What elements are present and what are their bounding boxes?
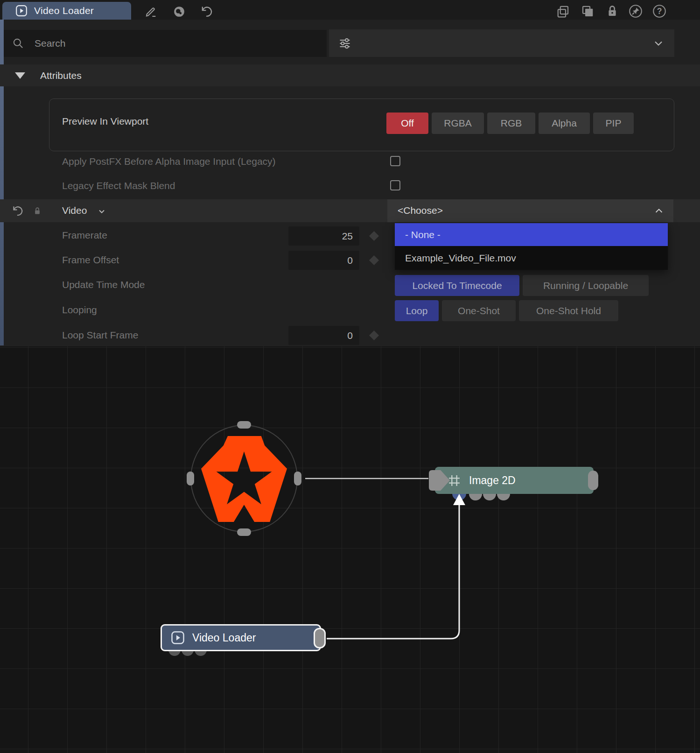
- search-icon: [12, 37, 24, 49]
- looping-label: Looping: [62, 304, 97, 316]
- framerate-input[interactable]: 25: [288, 226, 359, 246]
- root-connector-left[interactable]: [187, 472, 194, 486]
- root-connector-top[interactable]: [237, 421, 251, 429]
- frame-offset-input[interactable]: 0: [288, 251, 359, 270]
- svg-text:?: ?: [657, 7, 662, 16]
- preview-option-pip[interactable]: PIP: [593, 113, 634, 134]
- lock-icon[interactable]: [606, 5, 619, 18]
- pin-icon[interactable]: [629, 4, 643, 18]
- notch-app: Video Loader: [0, 0, 700, 753]
- dropdown-option-none[interactable]: - None -: [395, 223, 668, 246]
- reset-group-icon[interactable]: [11, 205, 23, 217]
- preview-option-alpha[interactable]: Alpha: [539, 113, 590, 134]
- video-file-select-value: <Choose>: [398, 205, 443, 216]
- tab-label: Video Loader: [34, 5, 94, 16]
- video-file-select[interactable]: <Choose>: [387, 199, 673, 222]
- node-graph-canvas[interactable]: Image 2D Video Loader: [0, 346, 700, 753]
- chevron-up-icon: [654, 206, 664, 216]
- attributes-header[interactable]: Attributes: [0, 64, 700, 86]
- update-time-mode-label: Update Time Mode: [62, 279, 145, 290]
- preview-toggle-icon[interactable]: [173, 6, 185, 18]
- image2d-output-connector[interactable]: [588, 471, 598, 490]
- preview-in-viewport-label: Preview In Viewport: [62, 116, 148, 127]
- node-video-loader[interactable]: Video Loader: [161, 624, 321, 651]
- attributes-header-label: Attributes: [40, 70, 82, 81]
- preview-option-rgb[interactable]: RGB: [487, 113, 535, 134]
- edge-videoloader-to-image2d: [327, 504, 459, 639]
- framerate-keyframe-diamond[interactable]: [369, 231, 379, 241]
- frame-offset-label: Frame Offset: [62, 254, 119, 266]
- dropdown-option-example-file[interactable]: Example_Video_File.mov: [395, 246, 668, 270]
- edge-layer: [0, 346, 700, 753]
- duplicate-icon[interactable]: [581, 5, 595, 19]
- copy-outline-icon[interactable]: [556, 5, 570, 19]
- postfx-checkbox[interactable]: [390, 156, 400, 166]
- loop-start-frame-label: Loop Start Frame: [62, 330, 138, 341]
- videoloader-label: Video Loader: [192, 632, 256, 644]
- undo-icon[interactable]: [200, 5, 213, 18]
- looping-option-loop[interactable]: Loop: [395, 300, 439, 321]
- topbar: Video Loader: [0, 0, 700, 20]
- loop-start-frame-input[interactable]: 0: [288, 326, 359, 345]
- legacy-mask-checkbox[interactable]: [390, 180, 400, 190]
- videoloader-output-connector[interactable]: [314, 628, 326, 648]
- help-icon[interactable]: ?: [652, 4, 666, 18]
- notch-logo-node[interactable]: [201, 435, 287, 523]
- frame-offset-keyframe-diamond[interactable]: [369, 255, 379, 265]
- tab-video-loader[interactable]: Video Loader: [2, 2, 131, 20]
- preview-option-rgba[interactable]: RGBA: [432, 113, 484, 134]
- looping-option-oneshot[interactable]: One-Shot: [442, 300, 516, 321]
- rename-icon[interactable]: [145, 5, 158, 18]
- preview-segmented-control: Off RGBA RGB Alpha PIP: [386, 113, 634, 134]
- group-lock-icon[interactable]: [33, 207, 42, 215]
- update-option-running[interactable]: Running / Loopable: [523, 275, 649, 296]
- properties-panel: Video Loader: [0, 0, 700, 346]
- filter-sliders-icon: [338, 37, 351, 50]
- video-group-label: Video: [62, 205, 87, 216]
- root-connector-right[interactable]: [294, 472, 301, 486]
- chevron-down-icon: [653, 38, 664, 49]
- looping-option-oneshot-hold[interactable]: One-Shot Hold: [519, 300, 618, 321]
- update-time-mode-control: Locked To Timecode Running / Loopable: [395, 275, 649, 296]
- node-image-2d[interactable]: Image 2D: [435, 467, 594, 494]
- filter-dropdown[interactable]: [329, 29, 674, 57]
- legacy-mask-checkbox-label: Legacy Effect Mask Blend: [62, 180, 175, 191]
- collapse-triangle-icon: [15, 72, 25, 79]
- preview-option-off[interactable]: Off: [386, 113, 428, 134]
- update-option-locked[interactable]: Locked To Timecode: [395, 275, 519, 296]
- video-node-icon: [171, 631, 185, 645]
- search-placeholder: Search: [35, 38, 66, 49]
- image2d-label: Image 2D: [469, 474, 516, 487]
- looping-control: Loop One-Shot One-Shot Hold: [395, 300, 618, 321]
- video-node-icon: [15, 5, 28, 17]
- video-group-chevron-icon: [97, 207, 106, 216]
- postfx-checkbox-label: Apply PostFX Before Alpha Image Input (L…: [62, 156, 276, 167]
- loop-start-keyframe-diamond[interactable]: [369, 331, 379, 340]
- framerate-label: Framerate: [62, 230, 107, 241]
- image2d-input-connector[interactable]: [428, 470, 452, 491]
- video-file-dropdown-list: - None - Example_Video_File.mov: [395, 223, 668, 270]
- root-connector-bottom[interactable]: [237, 528, 251, 536]
- search-box[interactable]: Search: [4, 30, 327, 57]
